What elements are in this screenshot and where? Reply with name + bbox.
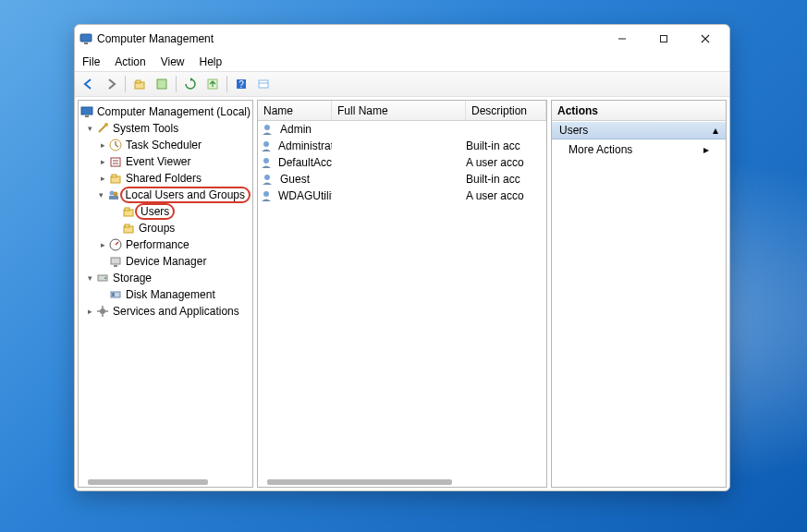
chevron-down-icon[interactable]: ▾ bbox=[96, 189, 106, 200]
row-name: Administrator bbox=[278, 139, 332, 152]
tree-label: Groups bbox=[139, 222, 175, 235]
storage-icon bbox=[95, 271, 110, 285]
row-description: Built-in acc bbox=[466, 173, 546, 186]
help-button[interactable]: ? bbox=[231, 74, 251, 94]
tree-label: Device Manager bbox=[126, 255, 206, 268]
row-description: A user acco bbox=[466, 156, 546, 169]
tree-device-manager[interactable]: Device Manager bbox=[80, 253, 251, 270]
tree-disk-management[interactable]: Disk Management bbox=[80, 286, 251, 303]
horizontal-scrollbar[interactable] bbox=[267, 479, 452, 485]
row-description: A user acco bbox=[466, 189, 546, 202]
performance-icon bbox=[108, 237, 123, 252]
tree-task-scheduler[interactable]: ▸ Task Scheduler bbox=[80, 137, 251, 153]
tree-label: Services and Applications bbox=[113, 305, 239, 318]
list-row[interactable]: DefaultAcco...A user acco bbox=[258, 154, 546, 171]
svg-point-38 bbox=[264, 125, 270, 130]
user-icon bbox=[260, 188, 273, 203]
refresh-button[interactable] bbox=[180, 74, 201, 94]
tree-label: Performance bbox=[126, 238, 190, 251]
tree-label: System Tools bbox=[113, 122, 178, 135]
tree-label-highlighted: Local Users and Groups bbox=[120, 187, 251, 203]
menu-help[interactable]: Help bbox=[200, 55, 223, 68]
svg-point-34 bbox=[104, 277, 106, 279]
chevron-right-icon[interactable]: ▸ bbox=[97, 139, 108, 151]
svg-point-24 bbox=[114, 192, 118, 197]
svg-rect-32 bbox=[114, 265, 117, 267]
svg-rect-29 bbox=[125, 224, 129, 227]
up-button[interactable] bbox=[129, 74, 150, 94]
svg-point-40 bbox=[263, 158, 269, 163]
svg-rect-14 bbox=[81, 107, 92, 115]
titlebar[interactable]: Computer Management bbox=[75, 25, 729, 53]
list-row[interactable]: Admin bbox=[258, 121, 546, 138]
folder-icon bbox=[121, 204, 136, 219]
tree-services-apps[interactable]: ▸ Services and Applications bbox=[80, 303, 251, 320]
tree-local-users-groups[interactable]: ▾ Local Users and Groups bbox=[80, 187, 251, 203]
tree-users[interactable]: Users bbox=[80, 203, 251, 220]
more-actions[interactable]: More Actions ▸ bbox=[552, 139, 726, 160]
tree-performance[interactable]: ▸ Performance bbox=[80, 236, 251, 253]
back-button[interactable] bbox=[79, 74, 99, 94]
tree-storage[interactable]: ▾ Storage bbox=[80, 270, 251, 286]
svg-point-39 bbox=[263, 141, 269, 147]
list-row[interactable]: AdministratorBuilt-in acc bbox=[258, 138, 546, 154]
tree-label: Storage bbox=[113, 272, 152, 284]
event-icon bbox=[108, 154, 123, 169]
tree-label: Task Scheduler bbox=[126, 139, 202, 151]
tree-shared-folders[interactable]: ▸ Shared Folders bbox=[80, 170, 251, 187]
svg-rect-8 bbox=[157, 79, 166, 89]
svg-rect-36 bbox=[112, 293, 115, 296]
tree-label: Shared Folders bbox=[126, 172, 202, 185]
tree-event-viewer[interactable]: ▸ Event Viewer bbox=[80, 153, 251, 170]
forward-button[interactable] bbox=[101, 74, 121, 94]
svg-rect-31 bbox=[111, 258, 120, 264]
chevron-right-icon[interactable]: ▸ bbox=[97, 156, 108, 167]
horizontal-scrollbar[interactable] bbox=[88, 479, 208, 485]
maximize-button[interactable] bbox=[642, 26, 684, 52]
tree-groups[interactable]: Groups bbox=[80, 220, 251, 236]
list-body: AdminAdministratorBuilt-in accDefaultAcc… bbox=[258, 121, 546, 487]
list-row[interactable]: GuestBuilt-in acc bbox=[258, 171, 546, 187]
svg-point-16 bbox=[104, 123, 108, 127]
user-icon bbox=[260, 172, 275, 187]
chevron-right-icon[interactable]: ▸ bbox=[84, 306, 95, 317]
row-name: Admin bbox=[280, 123, 312, 136]
toolbar: ? bbox=[75, 71, 729, 97]
device-icon bbox=[108, 254, 123, 269]
svg-rect-12 bbox=[259, 80, 268, 88]
tree-root[interactable]: Computer Management (Local) bbox=[80, 103, 251, 120]
window-title: Computer Management bbox=[97, 32, 214, 45]
svg-rect-1 bbox=[84, 42, 88, 44]
chevron-right-icon[interactable]: ▸ bbox=[97, 239, 108, 250]
clock-icon bbox=[108, 138, 123, 152]
chevron-right-icon: ▸ bbox=[703, 143, 709, 156]
menu-action[interactable]: Action bbox=[115, 55, 145, 68]
list-row[interactable]: WDAGUtility...A user acco bbox=[258, 187, 546, 204]
app-icon bbox=[79, 31, 93, 46]
minimize-button[interactable] bbox=[601, 26, 642, 52]
menu-file[interactable]: File bbox=[82, 55, 100, 68]
svg-rect-22 bbox=[112, 175, 116, 177]
chevron-down-icon[interactable]: ▾ bbox=[84, 123, 95, 134]
column-name[interactable]: Name bbox=[258, 101, 332, 120]
properties-button[interactable] bbox=[152, 74, 172, 94]
users-groups-icon bbox=[106, 187, 120, 202]
svg-rect-25 bbox=[109, 196, 118, 200]
svg-rect-18 bbox=[111, 158, 120, 166]
view-button[interactable] bbox=[253, 74, 274, 94]
column-full-name[interactable]: Full Name bbox=[332, 101, 466, 120]
chevron-down-icon[interactable]: ▾ bbox=[84, 272, 95, 284]
svg-point-42 bbox=[263, 191, 269, 197]
content-area: Computer Management (Local) ▾ System Too… bbox=[75, 97, 729, 490]
export-button[interactable] bbox=[202, 74, 223, 94]
actions-section[interactable]: Users ▴ bbox=[552, 121, 726, 139]
computer-icon bbox=[80, 104, 94, 119]
tree-label: Disk Management bbox=[126, 288, 215, 301]
tree-system-tools[interactable]: ▾ System Tools bbox=[80, 120, 251, 137]
menu-view[interactable]: View bbox=[161, 55, 185, 68]
row-name: Guest bbox=[280, 173, 310, 186]
column-description[interactable]: Description bbox=[466, 101, 546, 120]
list-header: Name Full Name Description bbox=[258, 101, 546, 121]
close-button[interactable] bbox=[684, 26, 726, 52]
chevron-right-icon[interactable]: ▸ bbox=[97, 173, 108, 184]
